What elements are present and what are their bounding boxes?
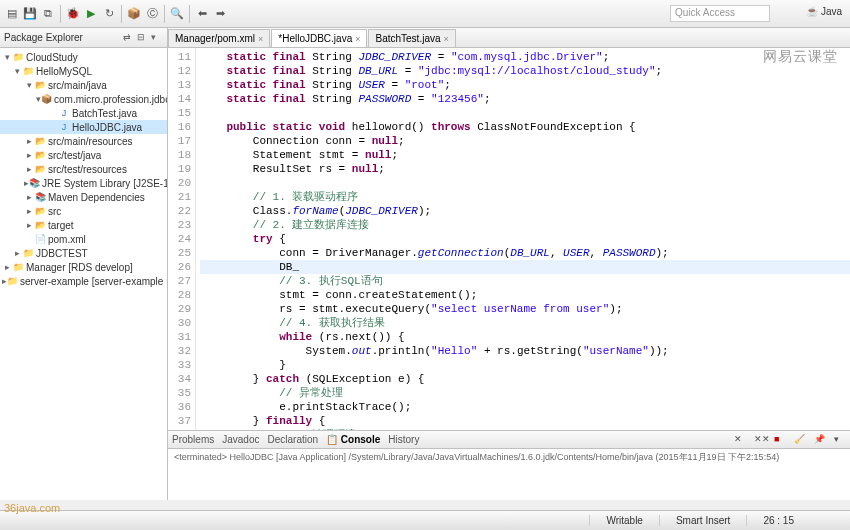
terminate-icon[interactable]: ■ xyxy=(774,434,786,446)
console-tab[interactable]: Declaration xyxy=(268,434,319,445)
status-insert-mode: Smart Insert xyxy=(659,515,746,526)
perspective-label[interactable]: ☕ Java xyxy=(806,6,842,17)
tree-item[interactable]: ▸📚Maven Dependencies xyxy=(0,190,167,204)
close-icon[interactable]: × xyxy=(258,34,263,44)
tree-item[interactable]: ▸📂src/test/resources xyxy=(0,162,167,176)
editor-tabs: Manager/pom.xml×*HelloJDBC.java×BatchTes… xyxy=(168,28,850,48)
run-last-icon[interactable]: ↻ xyxy=(101,6,117,22)
editor-area: Manager/pom.xml×*HelloJDBC.java×BatchTes… xyxy=(168,28,850,500)
save-icon[interactable]: 💾 xyxy=(22,6,38,22)
tree-item[interactable]: ▾📁HelloMySQL xyxy=(0,64,167,78)
forward-icon[interactable]: ➡ xyxy=(212,6,228,22)
code-lines[interactable]: static final String JDBC_DRIVER = "com.m… xyxy=(196,48,850,430)
display-console-icon[interactable]: ▾ xyxy=(834,434,846,446)
watermark-logo: 网易云课堂 xyxy=(763,48,838,66)
console-tab[interactable]: 📋 Console xyxy=(326,434,380,445)
console-tabs: ProblemsJavadocDeclaration📋 ConsoleHisto… xyxy=(168,431,850,449)
tree-item[interactable]: ▸📁Manager [RDS develop] xyxy=(0,260,167,274)
tree-item[interactable]: ▸📂src/main/resources xyxy=(0,134,167,148)
tree-item[interactable]: ▸📂target xyxy=(0,218,167,232)
tree-item[interactable]: 📄pom.xml xyxy=(0,232,167,246)
project-tree[interactable]: ▾📁CloudStudy▾📁HelloMySQL▾📂src/main/java▾… xyxy=(0,48,167,500)
editor-tab[interactable]: BatchTest.java× xyxy=(368,29,455,47)
debug-icon[interactable]: 🐞 xyxy=(65,6,81,22)
tree-item[interactable]: ▸📁JDBCTEST xyxy=(0,246,167,260)
view-menu-icon[interactable]: ▾ xyxy=(151,32,163,44)
tree-item[interactable]: ▾📁CloudStudy xyxy=(0,50,167,64)
package-explorer-title: Package Explorer xyxy=(4,32,123,43)
console-tab[interactable]: Problems xyxy=(172,434,214,445)
close-icon[interactable]: × xyxy=(355,34,360,44)
tree-item[interactable]: ▸📁server-example [server-example master] xyxy=(0,274,167,288)
new-class-icon[interactable]: Ⓒ xyxy=(144,6,160,22)
console-output[interactable]: <terminated> HelloJDBC [Java Application… xyxy=(168,449,850,500)
tree-item[interactable]: ▸📂src xyxy=(0,204,167,218)
search-icon[interactable]: 🔍 xyxy=(169,6,185,22)
editor-tab[interactable]: Manager/pom.xml× xyxy=(168,29,270,47)
new-pkg-icon[interactable]: 📦 xyxy=(126,6,142,22)
remove-all-icon[interactable]: ✕✕ xyxy=(754,434,766,446)
link-editor-icon[interactable]: ⇄ xyxy=(123,32,135,44)
bottom-watermark: 36java.com xyxy=(4,502,60,514)
console-tab[interactable]: History xyxy=(388,434,419,445)
tree-item[interactable]: ▾📂src/main/java xyxy=(0,78,167,92)
tree-item[interactable]: ▸📂src/test/java xyxy=(0,148,167,162)
console-panel: ProblemsJavadocDeclaration📋 ConsoleHisto… xyxy=(168,430,850,500)
close-icon[interactable]: × xyxy=(444,34,449,44)
tree-item[interactable]: JBatchTest.java xyxy=(0,106,167,120)
pin-console-icon[interactable]: 📌 xyxy=(814,434,826,446)
save-all-icon[interactable]: ⧉ xyxy=(40,6,56,22)
status-writable: Writable xyxy=(589,515,659,526)
clear-console-icon[interactable]: 🧹 xyxy=(794,434,806,446)
line-gutter: 1112131415161718192021222324252627282930… xyxy=(168,48,196,430)
collapse-all-icon[interactable]: ⊟ xyxy=(137,32,149,44)
main-toolbar: ▤ 💾 ⧉ 🐞 ▶ ↻ 📦 Ⓒ 🔍 ⬅ ➡ Quick Access ☕ Jav… xyxy=(0,0,850,28)
code-editor[interactable]: 1112131415161718192021222324252627282930… xyxy=(168,48,850,430)
remove-launch-icon[interactable]: ✕ xyxy=(734,434,746,446)
back-icon[interactable]: ⬅ xyxy=(194,6,210,22)
run-icon[interactable]: ▶ xyxy=(83,6,99,22)
editor-tab[interactable]: *HelloJDBC.java× xyxy=(271,29,367,47)
package-explorer-header: Package Explorer ⇄ ⊟ ▾ xyxy=(0,28,167,48)
tree-item[interactable]: ▸📚JRE System Library [J2SE-1.5] xyxy=(0,176,167,190)
status-bar: Writable Smart Insert 26 : 15 xyxy=(0,510,850,530)
new-icon[interactable]: ▤ xyxy=(4,6,20,22)
console-tab[interactable]: Javadoc xyxy=(222,434,259,445)
status-cursor-pos: 26 : 15 xyxy=(746,515,810,526)
package-explorer: Package Explorer ⇄ ⊟ ▾ ▾📁CloudStudy▾📁Hel… xyxy=(0,28,168,500)
tree-item[interactable]: ▾📦com.micro.profession.jdbc.practice xyxy=(0,92,167,106)
quick-access-input[interactable]: Quick Access xyxy=(670,5,770,22)
tree-item[interactable]: JHelloJDBC.java xyxy=(0,120,167,134)
